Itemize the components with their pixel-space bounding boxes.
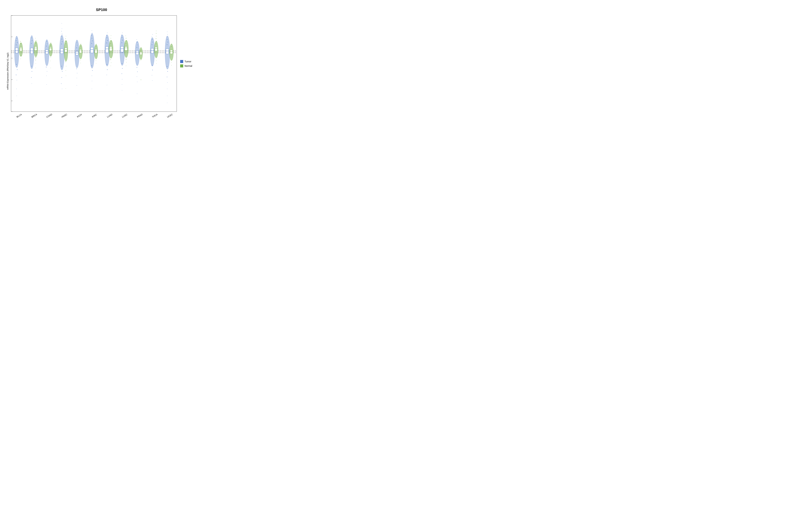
svg-point-31 [31,43,32,44]
svg-point-141 [107,64,107,65]
svg-point-174 [126,38,126,39]
svg-point-213 [156,44,156,44]
svg-point-236 [167,103,167,103]
svg-point-167 [122,84,122,85]
svg-point-72 [61,39,62,39]
svg-point-94 [65,88,66,89]
svg-point-81 [61,83,62,84]
tumor-legend-label: Tumor [185,60,191,63]
svg-point-75 [61,31,62,32]
svg-point-26 [21,55,21,56]
svg-point-70 [61,44,62,44]
plot-svg: 5 6 8 10 12 14 [11,15,176,112]
svg-rect-51 [46,50,48,54]
svg-point-163 [121,63,122,64]
svg-rect-223 [166,49,169,54]
svg-point-87 [66,41,66,42]
svg-point-203 [152,39,152,40]
svg-point-194 [140,50,141,50]
svg-rect-23 [20,48,22,51]
svg-point-102 [77,73,77,73]
y-axis-label: mRNA Expression (RNASeq V2, log2) [4,14,11,122]
svg-point-36 [32,71,32,72]
chart-container: SP100 mRNA Expression (RNASeq V2, log2) … [4,4,199,122]
luad-tumor [105,33,109,86]
svg-point-76 [62,29,62,29]
svg-point-20 [16,96,17,96]
svg-point-44 [35,38,36,39]
svg-point-235 [167,96,167,96]
svg-point-124 [92,81,92,81]
svg-point-108 [80,46,81,47]
svg-point-66 [50,68,51,68]
svg-point-82 [62,89,62,89]
svg-point-226 [167,39,167,40]
svg-rect-239 [170,50,172,54]
svg-point-188 [137,76,137,77]
svg-point-62 [50,45,51,46]
svg-point-219 [156,60,156,61]
svg-point-17 [16,74,16,75]
svg-point-144 [107,85,107,85]
svg-rect-85 [65,48,67,52]
svg-point-142 [107,69,108,70]
svg-point-215 [156,38,156,39]
svg-point-164 [122,68,123,69]
svg-point-27 [20,59,21,59]
svg-point-32 [32,40,33,41]
svg-point-161 [121,35,122,36]
svg-point-195 [141,47,141,48]
svg-point-166 [122,79,122,79]
svg-point-56 [47,71,47,72]
svg-point-230 [167,66,167,67]
svg-point-100 [77,43,77,43]
svg-point-125 [92,89,92,89]
svg-point-229 [167,32,167,32]
svg-point-168 [122,90,122,91]
plot-and-legend: 5 6 8 10 12 14 [11,14,199,122]
coad-tumor [45,40,49,85]
svg-point-140 [107,33,108,33]
ucec-tumor [165,32,170,103]
svg-point-11 [17,42,17,43]
svg-point-159 [122,40,123,41]
blca-normal [19,41,23,59]
coad-normal [49,43,53,68]
svg-point-183 [137,45,138,45]
lusc-tumor [120,33,124,91]
svg-point-77 [61,23,62,24]
svg-point-54 [46,41,47,42]
svg-point-225 [167,42,168,43]
svg-point-228 [167,34,168,35]
svg-point-115 [91,43,92,44]
svg-point-10 [16,45,16,45]
svg-point-89 [66,36,66,36]
svg-point-90 [65,61,66,62]
svg-point-197 [140,60,141,61]
svg-point-160 [121,37,122,38]
svg-point-172 [125,43,126,44]
svg-point-64 [50,57,51,58]
svg-point-150 [110,38,111,39]
svg-point-190 [137,94,137,94]
svg-point-154 [110,66,111,66]
thca-tumor [150,34,155,81]
svg-point-18 [16,80,17,80]
svg-point-139 [106,35,107,36]
ucec-normal [169,44,173,66]
svg-point-182 [137,47,137,48]
kirc-tumor [90,30,94,89]
svg-point-24 [20,43,21,44]
svg-rect-41 [35,47,37,51]
svg-rect-193 [140,52,142,55]
svg-point-122 [92,70,93,71]
svg-point-175 [125,36,126,36]
svg-point-162 [122,33,123,33]
svg-point-98 [76,48,77,48]
svg-point-78 [61,66,62,66]
svg-rect-114 [91,47,93,53]
kirc-normal [94,44,98,64]
normal-legend-box [180,64,183,67]
svg-point-204 [152,37,152,37]
brca-normal [34,38,38,68]
